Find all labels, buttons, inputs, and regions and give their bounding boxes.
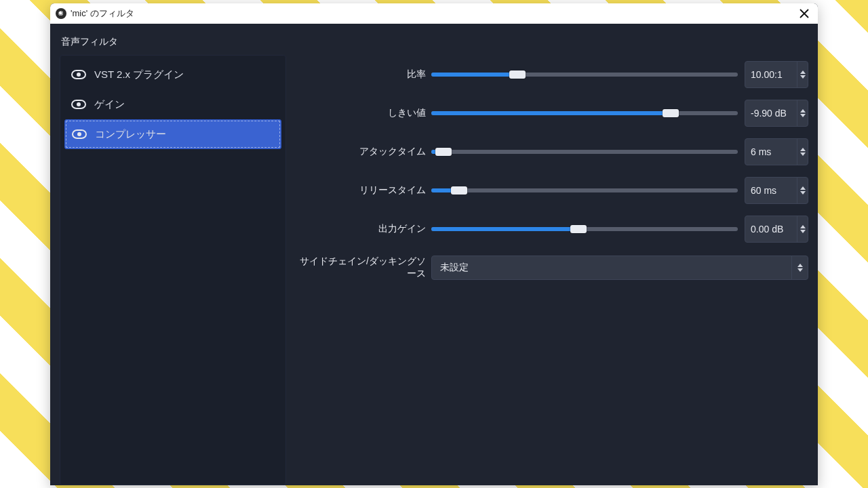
- slider-thumb[interactable]: [509, 70, 526, 79]
- ratio-spinbox[interactable]: 10.00:1: [745, 61, 808, 88]
- chevron-down-icon[interactable]: [800, 191, 806, 195]
- slider-area: -9.90 dB: [431, 100, 808, 127]
- chevron-down-icon[interactable]: [800, 152, 806, 156]
- release-slider[interactable]: [431, 188, 738, 192]
- spinbox-arrows: [797, 216, 808, 242]
- attack-slider[interactable]: [431, 150, 738, 154]
- param-label: しきい値: [298, 107, 431, 119]
- chevron-down-icon[interactable]: [800, 230, 806, 233]
- param-label: 出力ゲイン: [298, 223, 431, 235]
- filter-item-vst[interactable]: VST 2.x プラグイン: [64, 60, 281, 89]
- output-gain-spinbox[interactable]: 0.00 dB: [745, 216, 808, 243]
- spinbox-value: -9.90 dB: [751, 108, 797, 119]
- spinbox-value: 6 ms: [751, 146, 797, 157]
- slider-thumb[interactable]: [570, 225, 587, 233]
- param-row-threshold: しきい値 -9.90 dB: [298, 94, 808, 132]
- spinbox-value: 0.00 dB: [751, 224, 797, 235]
- sidechain-select[interactable]: 未設定: [431, 256, 808, 280]
- slider-thumb[interactable]: [663, 109, 679, 117]
- spinbox-arrows: [797, 62, 808, 87]
- chevron-down-icon[interactable]: [800, 75, 806, 79]
- filter-item-label: ゲイン: [94, 98, 125, 111]
- threshold-spinbox[interactable]: -9.90 dB: [745, 100, 808, 127]
- filter-item-compressor[interactable]: コンプレッサー: [64, 119, 281, 149]
- chevron-up-icon[interactable]: [800, 148, 806, 151]
- chevron-down-icon[interactable]: [797, 268, 803, 272]
- spinbox-value: 60 ms: [751, 185, 797, 196]
- param-label: アタックタイム: [298, 146, 431, 158]
- slider-area: 0.00 dB: [431, 216, 808, 243]
- visibility-icon[interactable]: [72, 129, 87, 139]
- audio-filters-heading: 音声フィルタ: [61, 36, 808, 48]
- filter-item-label: コンプレッサー: [95, 128, 166, 141]
- chevron-down-icon[interactable]: [800, 114, 806, 117]
- slider-thumb[interactable]: [435, 148, 452, 156]
- spinbox-arrows: [797, 178, 808, 203]
- chevron-up-icon[interactable]: [800, 186, 806, 190]
- slider-area: 10.00:1: [431, 61, 808, 88]
- slider-fill: [431, 227, 578, 231]
- visibility-icon[interactable]: [71, 70, 86, 79]
- param-row-release: リリースタイム 60 ms: [298, 171, 808, 209]
- titlebar: 'mic' のフィルタ: [50, 3, 818, 24]
- spinbox-value: 10.00:1: [751, 69, 797, 80]
- parameter-panel: 比率 10.00:1: [296, 55, 808, 485]
- chevron-up-icon[interactable]: [800, 70, 806, 74]
- slider-area: 6 ms: [431, 138, 808, 165]
- output-gain-slider[interactable]: [431, 227, 738, 231]
- close-icon: [800, 9, 809, 18]
- slider-fill: [431, 73, 517, 77]
- chevron-up-icon[interactable]: [800, 109, 806, 113]
- param-row-sidechain: サイドチェイン/ダッキングソース 未設定: [298, 253, 808, 282]
- spinbox-arrows: [797, 139, 808, 165]
- slider-area: 60 ms: [431, 177, 808, 204]
- visibility-icon[interactable]: [71, 100, 86, 109]
- chevron-up-icon[interactable]: [797, 264, 803, 267]
- param-label: サイドチェイン/ダッキングソース: [298, 256, 431, 280]
- slider-thumb[interactable]: [451, 186, 467, 195]
- window-title: 'mic' のフィルタ: [71, 7, 795, 20]
- dialog-body: 音声フィルタ VST 2.x プラグイン ゲイン コンプレッサー 比: [50, 24, 818, 485]
- ratio-slider[interactable]: [431, 73, 738, 77]
- filters-dialog: 'mic' のフィルタ 音声フィルタ VST 2.x プラグイン ゲイン: [50, 3, 818, 485]
- obs-icon: [56, 8, 66, 19]
- param-row-attack: アタックタイム 6 ms: [298, 132, 808, 171]
- select-arrows: [791, 256, 808, 279]
- param-row-ratio: 比率 10.00:1: [298, 55, 808, 94]
- select-value: 未設定: [440, 262, 791, 274]
- chevron-up-icon[interactable]: [800, 225, 806, 228]
- attack-spinbox[interactable]: 6 ms: [745, 138, 808, 165]
- spinbox-arrows: [797, 100, 808, 126]
- release-spinbox[interactable]: 60 ms: [745, 177, 808, 204]
- param-label: リリースタイム: [298, 184, 431, 197]
- filter-list: VST 2.x プラグイン ゲイン コンプレッサー: [60, 55, 286, 485]
- content-area: VST 2.x プラグイン ゲイン コンプレッサー 比率: [60, 55, 808, 485]
- close-button[interactable]: [795, 5, 814, 22]
- param-row-output-gain: 出力ゲイン 0.00 dB: [298, 209, 808, 248]
- param-label: 比率: [298, 68, 431, 81]
- slider-fill: [431, 111, 671, 115]
- filter-item-gain[interactable]: ゲイン: [64, 89, 281, 119]
- threshold-slider[interactable]: [431, 111, 738, 115]
- filter-item-label: VST 2.x プラグイン: [94, 68, 184, 81]
